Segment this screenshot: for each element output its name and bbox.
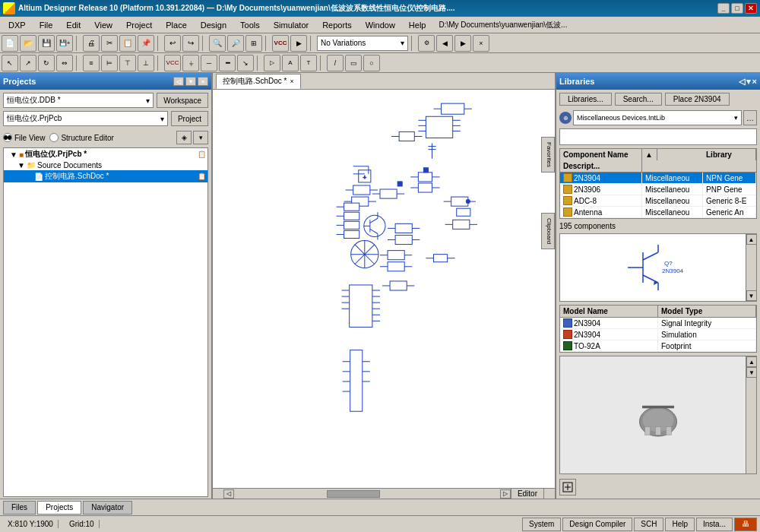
lib-row-2n3906[interactable]: 2N3906 Miscellaneou PNP Gene xyxy=(560,184,756,195)
model-row-sim[interactable]: 2N3904 Simulation xyxy=(560,329,756,340)
project-button[interactable]: Project xyxy=(171,111,208,126)
tb2-rotate-btn[interactable]: ↻ xyxy=(38,55,55,71)
menu-edit[interactable]: Edit xyxy=(59,17,87,33)
tb2-port-btn[interactable]: ▷ xyxy=(264,55,280,71)
h-scroll-left-btn[interactable]: ◁ xyxy=(223,489,234,499)
status-system-btn[interactable]: System xyxy=(522,518,561,531)
minimize-button[interactable]: _ xyxy=(717,3,730,14)
tb-misc1-btn[interactable]: ⚙ xyxy=(418,35,435,52)
tb2-align2-btn[interactable]: ⊨ xyxy=(101,55,118,71)
fp-scroll-down[interactable]: ▼ xyxy=(746,367,757,378)
ddb-dropdown[interactable]: 恒电位仪.DDB * ▾ xyxy=(3,93,154,108)
status-help-btn[interactable]: Help xyxy=(665,518,695,531)
clipboard-side-tab[interactable]: Clipboard xyxy=(541,213,555,249)
workspace-button[interactable]: Workspace xyxy=(157,93,208,108)
tb-zoom-in-btn[interactable]: 🔍 xyxy=(209,35,226,52)
tb2-entry-btn[interactable]: ↘ xyxy=(237,55,254,71)
tb-fitall-btn[interactable]: ⊞ xyxy=(245,35,262,52)
lib-th-sort[interactable]: ▲ xyxy=(642,149,657,160)
h-scroll-thumb[interactable] xyxy=(327,490,380,498)
model-row-fp[interactable]: TO-92A Footprint xyxy=(560,340,756,352)
tree-item-root[interactable]: ▼ ■ 恒电位仪.PrjPcb * 📋 xyxy=(4,148,207,160)
bot-tab-projects[interactable]: Projects xyxy=(37,501,81,515)
h-scrollbar[interactable]: ◁ ▷ Editor xyxy=(213,488,555,499)
tb-compile-btn[interactable]: VCC xyxy=(272,35,289,52)
lib-row-adc8[interactable]: ADC-8 Miscellaneou Generic 8-E xyxy=(560,195,756,207)
tb2-select-btn[interactable]: ↖ xyxy=(2,55,18,71)
menu-tools[interactable]: Tools xyxy=(233,17,267,33)
maximize-button[interactable]: □ xyxy=(731,3,743,14)
tree-item-src[interactable]: ▼ 📁 Source Documents xyxy=(4,160,207,170)
tb-redo-btn[interactable]: ↪ xyxy=(182,35,199,52)
tb2-deselect-btn[interactable]: ↗ xyxy=(20,55,36,71)
tb-open-btn[interactable]: 📂 xyxy=(20,35,36,52)
menu-file[interactable]: File xyxy=(33,17,60,33)
tb2-flip-btn[interactable]: ⇔ xyxy=(56,55,73,71)
tb2-wire-btn[interactable]: ─ xyxy=(201,55,217,71)
lib-row-antenna[interactable]: Antenna Miscellaneou Generic An xyxy=(560,207,756,218)
menu-design[interactable]: Design xyxy=(194,17,233,33)
tb-print-btn[interactable]: 🖨 xyxy=(83,35,100,52)
panel-close-btn[interactable]: × xyxy=(198,77,208,86)
place-button[interactable]: Place 2N3904 xyxy=(665,93,730,106)
tb2-label-btn[interactable]: A xyxy=(282,55,299,71)
h-scroll-right-btn[interactable]: ▷ xyxy=(500,489,511,499)
tb2-bus-btn[interactable]: ━ xyxy=(219,55,236,71)
menu-simulator[interactable]: Simulator xyxy=(267,17,315,33)
tb2-text-btn[interactable]: T xyxy=(300,55,317,71)
fp-scroll-up[interactable]: ▲ xyxy=(746,356,757,367)
tb2-align3-btn[interactable]: ⊤ xyxy=(119,55,136,71)
structure-view-radio[interactable]: Structure Editor xyxy=(49,133,113,142)
tree-item-sch[interactable]: 📄 控制电路.SchDoc * 📋 xyxy=(4,170,207,182)
tb2-ellipse-btn[interactable]: ○ xyxy=(363,55,380,71)
lib-action-button[interactable] xyxy=(559,479,576,496)
panel-pin-btn[interactable]: ◁ xyxy=(173,77,184,86)
search-button[interactable]: Search... xyxy=(615,93,662,106)
schematic-canvas[interactable]: + xyxy=(213,90,555,488)
tb-cut-btn[interactable]: ✂ xyxy=(101,35,118,52)
close-button[interactable]: ✕ xyxy=(745,3,757,14)
tb2-align4-btn[interactable]: ⊥ xyxy=(138,55,154,71)
file-view-radio[interactable]: File View xyxy=(3,133,45,142)
pcb-dropdown[interactable]: 恒电位仪.PrjPcb ▾ xyxy=(3,111,168,126)
tb2-gnd-btn[interactable]: ⏚ xyxy=(182,55,199,71)
tb2-comp-btn[interactable]: VCC xyxy=(164,55,181,71)
favorites-side-tab[interactable]: Favorites xyxy=(541,137,555,173)
menu-dxp[interactable]: DXP xyxy=(2,17,33,33)
tb-run-btn[interactable]: ▶ xyxy=(290,35,307,52)
tb-misc4-btn[interactable]: × xyxy=(473,35,489,52)
libraries-button[interactable]: Libraries... xyxy=(559,93,612,106)
tb-misc3-btn[interactable]: ▶ xyxy=(454,35,471,52)
panel-menu-btn[interactable]: ▾ xyxy=(185,77,196,86)
tb-saveall-btn[interactable]: 💾+ xyxy=(56,35,73,52)
model-row-si[interactable]: 2N3904 Signal Integrity xyxy=(560,318,756,329)
tb2-align-btn[interactable]: ≡ xyxy=(83,55,100,71)
lib-search-input[interactable] xyxy=(559,128,757,145)
lib-row-2n3904[interactable]: 2N3904 Miscellaneou NPN Gene xyxy=(560,173,756,184)
tb-zoom-out-btn[interactable]: 🔎 xyxy=(227,35,244,52)
preview-scroll-down[interactable]: ▼ xyxy=(746,290,757,301)
view-icon-btn-1[interactable]: ◈ xyxy=(176,131,192,144)
tb-copy-btn[interactable]: 📋 xyxy=(119,35,136,52)
status-sch-btn[interactable]: SCH xyxy=(634,518,663,531)
tab-close-btn[interactable]: × xyxy=(290,78,293,85)
status-insta-btn[interactable]: Insta... xyxy=(696,518,733,531)
menu-view[interactable]: View xyxy=(87,17,119,33)
lib-panel-close-btn[interactable]: × xyxy=(752,77,757,87)
lib-panel-pin-btn[interactable]: ◁ xyxy=(739,77,745,87)
tb-misc2-btn[interactable]: ◀ xyxy=(436,35,453,52)
tb-undo-btn[interactable]: ↩ xyxy=(164,35,181,52)
tb-new-btn[interactable]: 📄 xyxy=(2,35,18,52)
tb2-rect-btn[interactable]: ▭ xyxy=(345,55,362,71)
preview-scroll-up[interactable]: ▲ xyxy=(746,234,757,245)
view-icon-btn-2[interactable]: ▾ xyxy=(193,131,208,144)
lib-select[interactable]: Miscellaneous Devices.IntLib ▾ xyxy=(573,110,742,125)
menu-project[interactable]: Project xyxy=(119,17,159,33)
tab-sch[interactable]: 控制电路.SchDoc * × xyxy=(216,74,301,89)
tb2-line-btn[interactable]: / xyxy=(327,55,344,71)
menu-window[interactable]: Window xyxy=(359,17,402,33)
bot-tab-navigator[interactable]: Navigator xyxy=(83,501,132,515)
menu-help[interactable]: Help xyxy=(402,17,433,33)
tb-save-btn[interactable]: 💾 xyxy=(38,35,55,52)
status-design-compiler-btn[interactable]: Design Compiler xyxy=(562,518,632,531)
